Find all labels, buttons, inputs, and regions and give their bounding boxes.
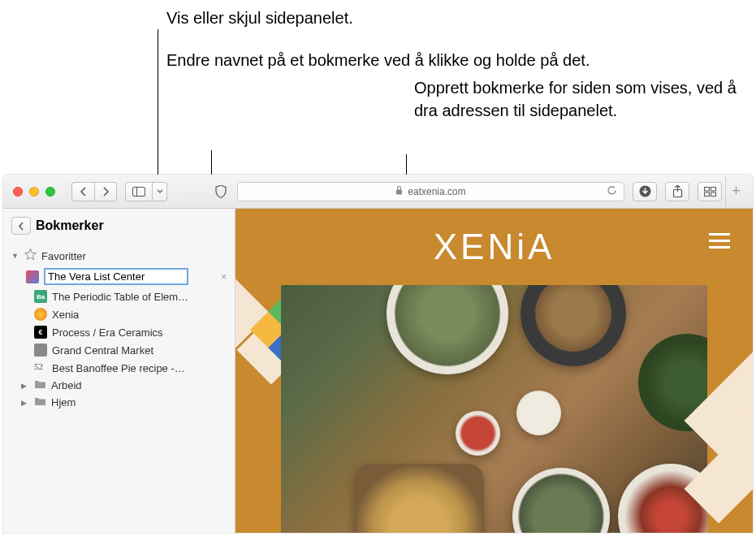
sidebar-icon [132,187,145,197]
minimize-window-button[interactable] [29,187,39,197]
bookmarks-list: ▼ Favoritter × Ba The Periodic Table of … [3,243,235,414]
zoom-window-button[interactable] [45,187,55,197]
chevron-left-icon [18,222,24,231]
bookmark-label: Grand Central Market [52,344,153,357]
reload-button[interactable] [607,185,617,198]
bookmark-item[interactable]: Grand Central Market [3,341,235,359]
reload-icon [607,185,617,196]
favicon-periodic: Ba [34,290,47,303]
favicon-banoffee: 52 [34,361,47,374]
disclosure-triangle-icon[interactable]: ▶ [21,399,29,407]
decorative-pattern-right [676,362,753,508]
bookmark-label: Xenia [52,309,79,321]
close-window-button[interactable] [13,187,23,197]
site-logo[interactable]: XENiA [235,209,753,285]
bookmark-item[interactable]: 52 Best Banoffee Pie recipe -… [3,359,235,377]
hero-image [281,285,707,533]
sidebar-toggle-button[interactable] [125,182,153,201]
svg-rect-0 [133,187,145,196]
svg-rect-6 [711,187,715,191]
new-tab-button[interactable]: + [725,175,746,208]
folder-label: Arbeid [51,379,82,391]
privacy-report-button[interactable] [210,182,232,201]
callout-drag-bookmark: Opprett bokmerke for siden som vises, ve… [414,76,756,122]
tab-overview-button[interactable] [698,182,722,201]
site-menu-button[interactable] [709,233,730,249]
favicon-gcm [34,344,47,357]
bookmark-folder[interactable]: ▶ Hjem [3,394,235,411]
svg-rect-5 [704,187,709,191]
callout-sidebar-toggle: Vis eller skjul sidepanelet. [166,6,353,29]
favicon-xenia [34,308,47,321]
disclosure-triangle-icon[interactable]: ▼ [11,252,19,260]
sidebar-header: Bokmerker [3,209,235,243]
favicon-veralist [26,270,39,283]
folder-icon [34,379,46,391]
share-button[interactable] [665,182,689,201]
lock-icon [395,186,403,197]
bookmark-item[interactable]: Ba The Periodic Table of Elem… [3,287,235,305]
favorites-folder[interactable]: ▼ Favoritter [3,246,235,266]
share-icon [672,185,683,198]
callout-rename-bookmark: Endre navnet på et bokmerke ved å klikke… [166,49,590,71]
bookmark-folder[interactable]: ▶ Arbeid [3,377,235,394]
favorites-label: Favoritter [41,250,86,262]
svg-rect-7 [704,192,709,197]
folder-label: Hjem [51,396,76,408]
safari-window: eatxenia.com [3,175,753,533]
window-controls [10,187,71,197]
webpage-content: XENiA [235,209,753,533]
back-button[interactable] [71,182,94,201]
sidebar-back-button[interactable] [11,217,31,235]
address-bar[interactable]: eatxenia.com [237,182,624,201]
folder-icon [34,396,46,408]
cancel-edit-button[interactable]: × [221,271,227,283]
bookmark-label: Process / Era Ceramics [52,326,163,339]
chevron-down-icon [157,189,163,193]
bookmark-label: The Periodic Table of Elem… [52,291,188,303]
bookmark-item[interactable]: Xenia [3,305,235,323]
disclosure-triangle-icon[interactable]: ▶ [21,382,29,390]
download-icon [639,185,651,197]
downloads-button[interactable] [633,182,657,201]
sidebar-title: Bokmerker [36,218,104,233]
sidebar: Bokmerker ▼ Favoritter × [3,209,235,533]
svg-rect-2 [396,190,402,195]
favicon-process: € [34,326,47,339]
bookmark-label: Best Banoffee Pie recipe -… [52,362,185,374]
bookmark-item-editing[interactable]: × [3,266,235,287]
shield-icon [215,185,227,198]
forward-button[interactable] [94,182,117,201]
tabs-icon [704,187,716,197]
bookmark-item[interactable]: € Process / Era Ceramics [3,323,235,341]
toolbar: eatxenia.com [3,175,753,209]
address-url: eatxenia.com [408,186,465,197]
svg-rect-8 [711,192,715,197]
bookmark-rename-input[interactable] [44,268,188,285]
star-icon [24,249,37,263]
sidebar-dropdown-button[interactable] [153,182,167,201]
